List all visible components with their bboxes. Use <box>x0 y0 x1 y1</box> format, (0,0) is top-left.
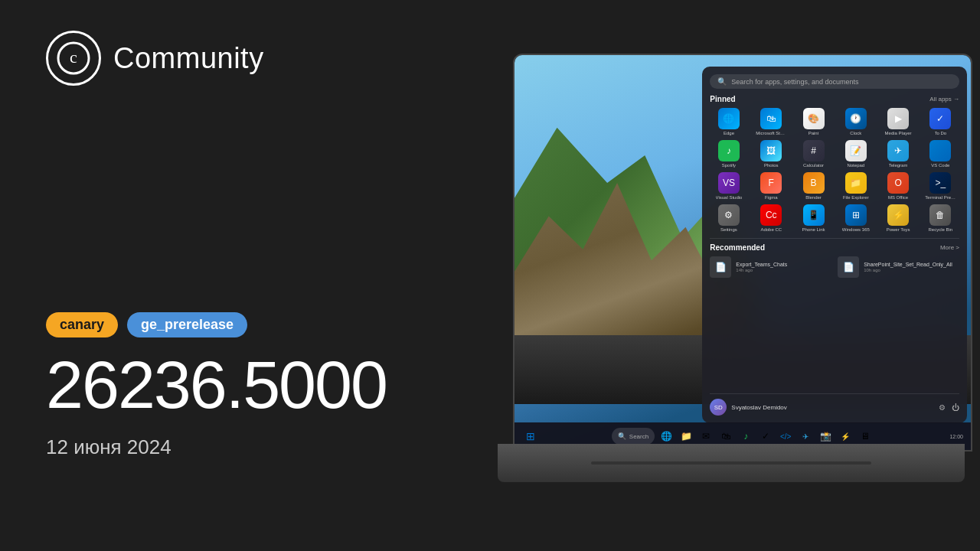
app-photos[interactable]: 🖼 Photos <box>753 140 790 168</box>
app-vs-code[interactable]: VS Code <box>922 140 959 168</box>
app-icon: 📝 <box>845 140 867 161</box>
win-search-bar[interactable]: 🔍 Search for apps, settings, and documen… <box>710 74 959 89</box>
recommended-label: Recommended <box>710 243 765 252</box>
app-label: Figma <box>765 195 778 200</box>
rec-item-name: SharePoint_Site_Set_Read_Only_All <box>864 262 952 267</box>
power-action-icon[interactable]: ⏻ <box>952 403 959 412</box>
app-terminal-preview[interactable]: >_ Terminal Preview <box>922 172 959 200</box>
search-placeholder: Search for apps, settings, and documents <box>731 78 858 86</box>
app-notepad[interactable]: 📝 Notepad <box>837 140 874 168</box>
app-phone-link[interactable]: 📱 Phone Link <box>795 204 832 232</box>
recommended-item[interactable]: 📄 SharePoint_Site_Set_Read_Only_All 10h … <box>838 256 959 278</box>
taskbar-time: 12:00 <box>949 434 963 439</box>
taskbar-icon-5[interactable]: ♪ <box>737 428 754 445</box>
taskbar-icon-8[interactable]: ✈ <box>797 428 814 445</box>
app-label: Notepad <box>847 163 864 168</box>
app-label: VS Code <box>931 163 949 168</box>
recommended-section: Recommended More > 📄 Export_Teams_Chats … <box>710 238 959 278</box>
app-power-toys[interactable]: ⚡ Power Toys <box>879 204 916 232</box>
laptop-container: 🔍 Search for apps, settings, and documen… <box>490 0 980 551</box>
app-label: Telegram <box>889 163 908 168</box>
app-figma[interactable]: F Figma <box>753 172 790 200</box>
badge-canary: canary <box>46 312 118 337</box>
more-link[interactable]: More > <box>940 244 959 251</box>
app-file-explorer[interactable]: 📁 File Explorer <box>837 172 874 200</box>
rec-item-time: 14h ago <box>736 268 787 272</box>
logo-text: Community <box>113 42 264 75</box>
app-label: Adobe CC <box>760 227 782 232</box>
rec-item-name: Export_Teams_Chats <box>736 262 787 267</box>
recommended-header: Recommended More > <box>710 243 959 252</box>
app-blender[interactable]: B Blender <box>795 172 832 200</box>
app-label: Blender <box>805 195 822 200</box>
recommended-items: 📄 Export_Teams_Chats 14h ago 📄 SharePoin… <box>710 256 959 278</box>
app-icon: B <box>803 172 825 194</box>
taskbar-left: ⊞ <box>522 428 539 445</box>
laptop-screen-inner: 🔍 Search for apps, settings, and documen… <box>514 55 971 450</box>
taskbar-icon-9[interactable]: 📸 <box>817 428 834 445</box>
taskbar-icon-2[interactable]: 📁 <box>678 428 694 445</box>
laptop-screen-frame: 🔍 Search for apps, settings, and documen… <box>513 54 972 452</box>
svg-text:c: c <box>70 47 77 67</box>
app-calculator[interactable]: # Calculator <box>795 140 832 168</box>
app-label: Microsoft Store <box>756 131 786 135</box>
app-icon: ♪ <box>718 140 740 161</box>
app-paint[interactable]: 🎨 Paint <box>795 108 832 135</box>
app-microsoft-store[interactable]: 🛍 Microsoft Store <box>753 108 790 135</box>
content-area: canary ge_prerelease 26236.5000 12 июня … <box>46 312 444 520</box>
app-icon: 🎨 <box>803 108 825 129</box>
taskbar-edge-icon[interactable]: 🌐 <box>658 428 675 445</box>
taskbar-icon-4[interactable]: 🛍 <box>717 428 734 445</box>
app-icon <box>929 140 951 161</box>
user-avatar: SD <box>710 399 727 416</box>
recommended-item[interactable]: 📄 Export_Teams_Chats 14h ago <box>710 256 831 278</box>
app-label: File Explorer <box>843 195 869 200</box>
taskbar-icon-11[interactable]: 🖥 <box>857 428 874 445</box>
app-recycle-bin[interactable]: 🗑 Recycle Bin <box>922 204 959 232</box>
taskbar-search[interactable]: 🔍 Search <box>612 428 655 445</box>
app-label: Photos <box>764 163 779 168</box>
app-settings[interactable]: ⚙ Settings <box>710 204 747 232</box>
pinned-apps-grid: 🌐 Edge 🛍 Microsoft Store 🎨 Paint 🕐 Clock… <box>710 108 959 232</box>
app-icon: ▶ <box>887 108 909 129</box>
app-media-player[interactable]: ▶ Media Player <box>879 108 916 135</box>
app-label: Recycle Bin <box>929 227 953 232</box>
taskbar-icon-10[interactable]: ⚡ <box>837 428 854 445</box>
search-icon: 🔍 <box>717 77 727 86</box>
app-ms-office[interactable]: O MS Office <box>879 172 916 200</box>
left-panel: c Community canary ge_prerelease 26236.5… <box>0 0 490 551</box>
app-icon: ⚡ <box>887 204 909 226</box>
app-icon: 🕐 <box>845 108 867 129</box>
app-label: Visual Studio <box>716 195 743 200</box>
taskbar-icon-6[interactable]: ✓ <box>757 428 774 445</box>
app-label: Paint <box>808 131 819 135</box>
laptop-hinge <box>591 461 871 465</box>
app-visual-studio[interactable]: VS Visual Studio <box>710 172 747 200</box>
app-edge[interactable]: 🌐 Edge <box>710 108 747 135</box>
app-label: Windows 365 <box>842 227 870 232</box>
app-to-do[interactable]: ✓ To Do <box>922 108 959 135</box>
logo-area: c Community <box>46 31 444 86</box>
app-icon: Cc <box>760 204 782 226</box>
app-telegram[interactable]: ✈ Telegram <box>879 140 916 168</box>
settings-action-icon[interactable]: ⚙ <box>939 403 946 412</box>
release-date: 12 июня 2024 <box>46 435 444 459</box>
taskbar-center: 🔍 Search 🌐 📁 ✉ 🛍 ♪ ✓ </> ✈ 📸 <box>612 428 874 445</box>
app-label: Calculator <box>803 163 824 168</box>
app-spotify[interactable]: ♪ Spotify <box>710 140 747 168</box>
app-icon: # <box>803 140 825 161</box>
windows-start-button[interactable]: ⊞ <box>522 428 539 445</box>
app-clock[interactable]: 🕐 Clock <box>837 108 874 135</box>
app-windows-365[interactable]: ⊞ Windows 365 <box>837 204 874 232</box>
rec-item-time: 10h ago <box>864 268 952 272</box>
app-icon: O <box>887 172 909 194</box>
all-apps-link[interactable]: All apps → <box>929 96 959 103</box>
right-panel: 🔍 Search for apps, settings, and documen… <box>490 0 980 551</box>
taskbar-right: 12:00 <box>949 434 963 439</box>
app-icon: ⊞ <box>845 204 867 226</box>
start-menu[interactable]: 🔍 Search for apps, settings, and documen… <box>702 67 967 423</box>
taskbar-icon-7[interactable]: </> <box>777 428 794 445</box>
app-adobe-cc[interactable]: Cc Adobe CC <box>753 204 790 232</box>
taskbar-icon-3[interactable]: ✉ <box>697 428 714 445</box>
rec-item-info: Export_Teams_Chats 14h ago <box>736 262 787 272</box>
